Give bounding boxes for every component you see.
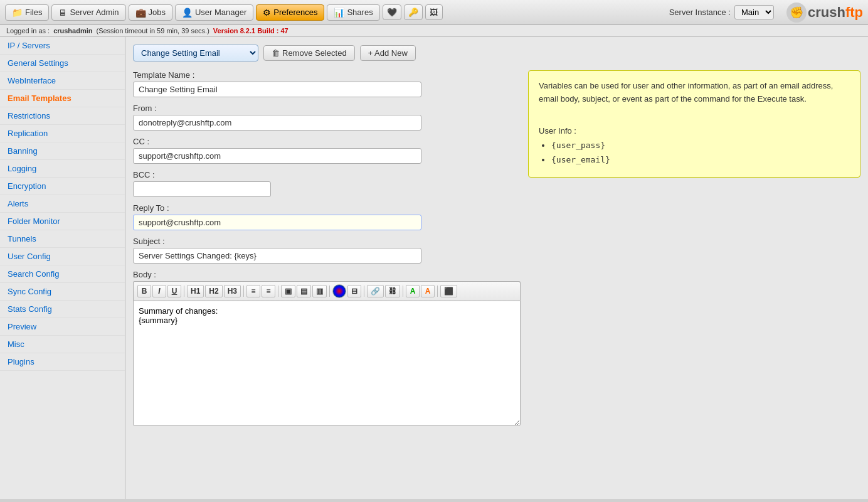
user-info-label: User Info : xyxy=(539,125,850,138)
tab-shares[interactable]: 📊 Shares xyxy=(327,4,379,21)
underline-button[interactable]: U xyxy=(167,285,181,297)
template-name-input[interactable] xyxy=(133,82,421,97)
sidebar-item-alerts[interactable]: Alerts xyxy=(0,195,125,213)
statusbar: Logged in as : crushadmin (Session timeo… xyxy=(0,25,868,37)
server-instance-select[interactable]: Main xyxy=(734,5,774,19)
remove-icon: 🗑 xyxy=(272,48,280,58)
files-icon: 📁 xyxy=(12,8,23,18)
sidebar-item-general-settings[interactable]: General Settings xyxy=(0,55,125,72)
sidebar-item-user-config[interactable]: User Config xyxy=(0,248,125,265)
link-button[interactable]: 🔗 xyxy=(367,285,384,297)
sidebar-item-ip-servers[interactable]: IP / Servers xyxy=(0,37,125,55)
session-info: (Session timeout in 59 min, 39 secs.) xyxy=(96,27,209,35)
logo-ftp: ftp xyxy=(845,4,863,21)
bcc-row: BCC : xyxy=(133,170,521,197)
remove-selected-button[interactable]: 🗑 Remove Selected xyxy=(263,45,355,61)
from-row: From : xyxy=(133,104,521,131)
editor-toolbar: B I U H1 H2 H3 ≡ ≡ ▣ ▤ ▥ xyxy=(133,281,521,301)
tab-jobs[interactable]: 💼 Jobs xyxy=(129,4,172,21)
cc-input[interactable] xyxy=(133,148,421,164)
highlight-button[interactable]: A xyxy=(406,285,420,297)
italic-button[interactable]: I xyxy=(152,285,166,297)
sidebar-item-encryption[interactable]: Encryption xyxy=(0,178,125,195)
monitor-icon: 🖤 xyxy=(387,8,397,17)
logo-icon: ✊ xyxy=(786,3,807,23)
sidebar-item-replication[interactable]: Replication xyxy=(0,125,125,142)
bold-button[interactable]: B xyxy=(137,285,151,297)
sidebar-item-logging[interactable]: Logging xyxy=(0,160,125,178)
sidebar-item-folder-monitor[interactable]: Folder Monitor xyxy=(0,213,125,230)
bcc-label: BCC : xyxy=(133,170,521,179)
variable-user-pass: {user_pass} xyxy=(551,139,850,152)
tab-extra2[interactable]: 🔑 xyxy=(404,4,423,20)
jobs-icon: 💼 xyxy=(135,8,146,18)
sidebar-item-email-templates[interactable]: Email Templates xyxy=(0,90,125,107)
reply-to-label: Reply To : xyxy=(133,203,521,213)
subject-input[interactable] xyxy=(133,248,421,264)
tab-extra3[interactable]: 🖼 xyxy=(425,4,443,20)
toolbar: Change Setting Email 🗑 Remove Selected +… xyxy=(133,45,860,61)
reply-to-input[interactable] xyxy=(133,215,421,230)
source-button[interactable]: ⬛ xyxy=(440,285,457,297)
sidebar-item-banning[interactable]: Banning xyxy=(0,142,125,160)
server-admin-icon: 🖥 xyxy=(58,8,67,18)
logo-crush: crush xyxy=(808,4,845,21)
sep1 xyxy=(184,286,184,297)
tab-preferences[interactable]: ⚙ Preferences xyxy=(256,4,324,21)
username: crushadmin xyxy=(53,27,92,35)
logged-in-label: Logged in as : xyxy=(6,27,50,35)
unlink-button[interactable]: ⛓ xyxy=(385,285,400,297)
body-editor[interactable]: Summary of changes: {summary} xyxy=(133,301,521,426)
form-panel: Template Name : From : CC : BCC : Reply xyxy=(133,70,521,434)
topbar: 📁 Files 🖥 Server Admin 💼 Jobs 👤 User Man… xyxy=(0,0,868,25)
sep3 xyxy=(278,286,278,297)
user-manager-icon: 👤 xyxy=(182,8,193,18)
variable-user-email: {user_email} xyxy=(551,154,850,167)
align-right-button[interactable]: ▥ xyxy=(312,285,327,297)
sidebar-item-misc[interactable]: Misc xyxy=(0,336,125,353)
add-new-button[interactable]: + Add New xyxy=(360,45,416,61)
color-button[interactable] xyxy=(332,284,346,298)
shares-icon: 📊 xyxy=(334,8,344,18)
sidebar: IP / Servers General Settings WebInterfa… xyxy=(0,37,125,499)
server-instance-section: Server Instance : Main xyxy=(669,5,774,19)
preferences-icon: ⚙ xyxy=(263,8,271,18)
key-icon: 🔑 xyxy=(408,8,418,17)
sidebar-item-preview[interactable]: Preview xyxy=(0,318,125,336)
unordered-list-button[interactable]: ≡ xyxy=(262,285,275,297)
ordered-list-button[interactable]: ≡ xyxy=(246,285,260,297)
content-area: Change Setting Email 🗑 Remove Selected +… xyxy=(125,37,868,499)
tab-user-manager[interactable]: 👤 User Manager xyxy=(175,4,253,21)
cc-row: CC : xyxy=(133,137,521,164)
align-left-button[interactable]: ▣ xyxy=(281,285,295,297)
info-panel: Variables can be used for user and other… xyxy=(528,70,860,178)
sidebar-item-restrictions[interactable]: Restrictions xyxy=(0,107,125,125)
align-center-button[interactable]: ▤ xyxy=(297,285,311,297)
sidebar-item-stats-config[interactable]: Stats Config xyxy=(0,301,125,318)
reply-to-row: Reply To : xyxy=(133,203,521,230)
logo: ✊ crushftp xyxy=(786,3,863,23)
h2-button[interactable]: H2 xyxy=(205,285,222,297)
tab-server-admin[interactable]: 🖥 Server Admin xyxy=(51,4,125,21)
sidebar-item-plugins[interactable]: Plugins xyxy=(0,353,125,371)
font-color-button[interactable]: A xyxy=(421,285,435,297)
table-button[interactable]: ⊟ xyxy=(347,285,361,297)
body-label: Body : xyxy=(133,270,521,279)
variables-list: {user_pass} {user_email} xyxy=(551,139,850,167)
tab-extra1[interactable]: 🖤 xyxy=(383,4,401,20)
h1-button[interactable]: H1 xyxy=(187,285,204,297)
image-icon: 🖼 xyxy=(430,8,438,17)
subject-row: Subject : xyxy=(133,237,521,264)
h3-button[interactable]: H3 xyxy=(224,285,241,297)
main-layout: IP / Servers General Settings WebInterfa… xyxy=(0,37,868,499)
info-box: Variables can be used for user and other… xyxy=(528,70,860,178)
sidebar-item-webinterface[interactable]: WebInterface xyxy=(0,72,125,90)
sidebar-item-search-config[interactable]: Search Config xyxy=(0,265,125,283)
from-input[interactable] xyxy=(133,115,421,131)
template-dropdown[interactable]: Change Setting Email xyxy=(133,45,258,61)
bcc-input[interactable] xyxy=(133,181,271,197)
tab-files[interactable]: 📁 Files xyxy=(5,4,49,21)
template-name-label: Template Name : xyxy=(133,70,521,80)
sidebar-item-tunnels[interactable]: Tunnels xyxy=(0,230,125,248)
sidebar-item-sync-config[interactable]: Sync Config xyxy=(0,283,125,301)
